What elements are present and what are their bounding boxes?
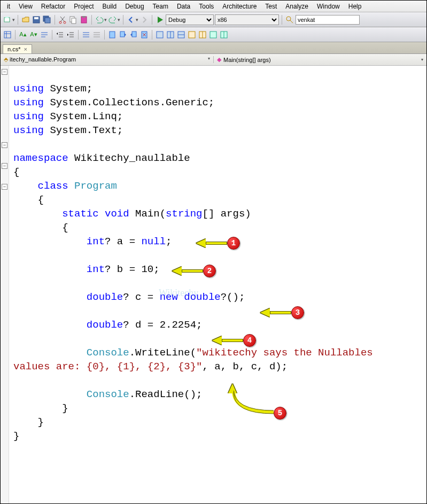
redo-icon[interactable] <box>108 15 118 25</box>
folding-gutter: − − − − <box>1 66 9 503</box>
menu-bar: it View Refactor Project Build Debug Tea… <box>1 1 426 12</box>
uncomment-icon[interactable] <box>92 30 102 40</box>
window-6-icon[interactable] <box>208 30 218 40</box>
bookmark-clear-icon[interactable] <box>139 30 149 40</box>
svg-rect-5 <box>45 18 50 23</box>
svg-rect-3 <box>34 17 38 19</box>
svg-rect-11 <box>82 16 86 18</box>
annotation-5-curve <box>231 391 284 423</box>
window-7-icon[interactable] <box>219 30 229 40</box>
menu-analyze[interactable]: Analyze <box>281 2 313 11</box>
menu-debug[interactable]: Debug <box>121 2 148 11</box>
document-tabstrip: n.cs* × <box>1 42 426 54</box>
annotation-4: 4 <box>212 334 256 347</box>
menu-data[interactable]: Data <box>173 2 195 11</box>
watermark: Wikitechy <box>159 286 198 300</box>
menu-team[interactable]: Team <box>149 2 173 11</box>
svg-point-12 <box>286 17 291 21</box>
fold-toggle-icon[interactable]: − <box>2 163 7 169</box>
menu-refactor[interactable]: Refactor <box>37 2 69 11</box>
menu-window[interactable]: Window <box>313 2 344 11</box>
annotation-1: 1 <box>196 237 240 250</box>
menu-architecture[interactable]: Architecture <box>218 2 261 11</box>
indent-inc-icon[interactable] <box>66 30 75 40</box>
cut-icon[interactable] <box>58 15 67 25</box>
indent-dec-icon[interactable] <box>55 30 65 40</box>
svg-rect-16 <box>132 32 136 37</box>
nav-back-icon[interactable] <box>126 15 136 25</box>
tab-label: n.cs* <box>7 46 20 52</box>
svg-rect-18 <box>157 32 163 38</box>
svg-rect-9 <box>72 18 76 24</box>
text-editor-toolbar: A▴ A▾ <box>1 27 426 42</box>
platform-select[interactable]: x86 <box>215 14 279 25</box>
start-debug-icon[interactable] <box>155 15 165 25</box>
code-editor[interactable]: − − − − using System; using System.Colle… <box>1 66 426 503</box>
window-2-icon[interactable] <box>166 30 175 40</box>
fold-toggle-icon[interactable]: − <box>2 184 7 190</box>
menu-project[interactable]: Project <box>69 2 98 11</box>
svg-rect-15 <box>120 32 125 37</box>
window-5-icon[interactable] <box>198 30 207 40</box>
save-icon[interactable] <box>32 15 41 25</box>
a-increase-icon[interactable]: A▴ <box>18 30 28 40</box>
copy-icon[interactable] <box>68 15 78 25</box>
new-project-icon[interactable] <box>3 15 12 25</box>
svg-rect-23 <box>210 32 216 38</box>
open-icon[interactable] <box>21 15 30 25</box>
code-surface[interactable]: using System; using System.Collections.G… <box>9 66 426 503</box>
config-select[interactable]: Debug <box>166 14 214 25</box>
menu-view[interactable]: View <box>14 2 37 11</box>
comment-out-icon[interactable] <box>81 30 91 40</box>
annotation-5-num: 5 <box>274 407 286 420</box>
menu-edit[interactable]: it <box>3 2 14 11</box>
annotation-2: 2 <box>172 265 216 277</box>
member-dropdown[interactable]: ◆Main(string[] args) ▾ <box>214 56 426 63</box>
standard-toolbar: ▾ ▾ ▾ ▾ Debug x86 <box>1 12 426 27</box>
bookmark-next-icon[interactable] <box>129 30 138 40</box>
window-4-icon[interactable] <box>187 30 197 40</box>
file-tab[interactable]: n.cs* × <box>3 44 32 53</box>
find-icon[interactable] <box>285 15 294 25</box>
svg-rect-13 <box>4 32 11 38</box>
code-nav-bar: ⬘ itechy_naullable.Program ▾ ◆Main(strin… <box>1 54 426 66</box>
paste-icon[interactable] <box>79 15 89 25</box>
bookmark-prev-icon[interactable] <box>118 30 128 40</box>
bookmark-icon[interactable] <box>107 30 117 40</box>
comment-icon[interactable] <box>40 30 49 40</box>
menu-build[interactable]: Build <box>98 2 121 11</box>
nav-fwd-icon[interactable] <box>139 15 149 25</box>
menu-help[interactable]: Help <box>344 2 366 11</box>
object-browser-icon[interactable] <box>3 30 12 40</box>
annotation-3: 3 <box>260 306 304 319</box>
close-icon[interactable]: × <box>24 46 27 52</box>
window-1-icon[interactable] <box>155 30 165 40</box>
type-dropdown[interactable]: ⬘ itechy_naullable.Program ▾ <box>1 56 214 63</box>
fold-toggle-icon[interactable]: − <box>2 69 7 75</box>
save-all-icon[interactable] <box>42 15 52 25</box>
svg-rect-21 <box>189 32 195 38</box>
svg-rect-0 <box>4 18 10 22</box>
svg-rect-14 <box>110 32 115 38</box>
menu-tools[interactable]: Tools <box>195 2 218 11</box>
fold-toggle-icon[interactable]: − <box>2 142 7 148</box>
a-decrease-icon[interactable]: A▾ <box>29 30 38 40</box>
annotation-5 <box>228 384 237 393</box>
quick-find-input[interactable] <box>296 15 360 25</box>
menu-test[interactable]: Test <box>261 2 281 11</box>
window-3-icon[interactable] <box>176 30 186 40</box>
undo-icon[interactable] <box>95 15 104 25</box>
svg-rect-1 <box>5 17 9 18</box>
